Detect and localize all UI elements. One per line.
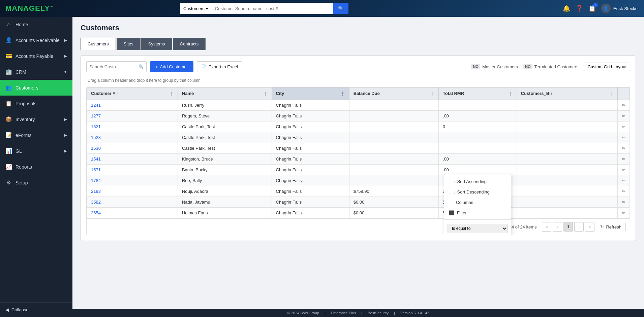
sidebar-item-customers[interactable]: 👥 Customers [0, 80, 72, 96]
sort-asc-icon[interactable]: ↑ [116, 92, 118, 96]
col-header-actions [618, 87, 630, 100]
filter-operator1-select[interactable]: Is equal to [448, 224, 508, 233]
table-row: 1541 Kingston, Bruce Chagrin Falls .00 ✏ [87, 154, 630, 165]
next-page-button[interactable]: › [574, 222, 584, 232]
sidebar-item-reports[interactable]: 📈 Reports [0, 159, 72, 175]
cell-name: Nduji, Adaora [178, 186, 272, 197]
footer: © 2024 Bold Group | Enterprise Plus | Be… [72, 309, 644, 317]
col-menu-icon-city[interactable]: ⋮ [340, 91, 345, 96]
sidebar-item-eforms[interactable]: 📝 eForms ▶ [0, 127, 72, 143]
customer-num-link[interactable]: 2193 [91, 189, 101, 194]
customer-num-link[interactable]: 1277 [91, 113, 101, 118]
collapse-button[interactable]: ◀ Collapse [0, 302, 72, 317]
cell-total-rmr: 0 [438, 121, 517, 132]
sidebar-item-accounts-payable[interactable]: 💳 Accounts Payable ▶ [0, 48, 72, 64]
edit-icon[interactable]: ✏ [622, 146, 625, 151]
edit-icon[interactable]: ✏ [622, 178, 625, 183]
search-button[interactable]: 🔍 [333, 3, 348, 14]
search-input[interactable] [212, 3, 333, 14]
cell-balance-due [349, 132, 438, 143]
edit-icon[interactable]: ✏ [622, 156, 625, 162]
page-1-button[interactable]: 1 [563, 222, 573, 232]
sort-ascending-option[interactable]: ↑ ↑ Sort Ascending [444, 176, 511, 187]
cell-customer-num: 1571 [87, 165, 178, 175]
customer-num-link[interactable]: 1528 [91, 135, 101, 140]
custom-grid-label: Custom Grid Layout [587, 64, 626, 69]
sidebar-item-label-proposals: Proposals [16, 101, 36, 106]
filter-option[interactable]: ⬛ Filter [444, 208, 511, 218]
cell-balance-due [349, 121, 438, 132]
notifications-icon[interactable]: 🔔 [563, 5, 570, 12]
cell-edit: ✏ [618, 208, 630, 218]
sidebar-item-proposals[interactable]: 📋 Proposals [0, 96, 72, 111]
customer-num-link[interactable]: 1571 [91, 167, 101, 172]
col-header-name: Name ⋮ [178, 87, 272, 100]
tasks-badge: 2 [593, 3, 598, 7]
cell-city: Chagrin Falls [272, 132, 349, 143]
refresh-button[interactable]: ↻ Refresh [596, 223, 626, 231]
sidebar-item-setup[interactable]: ⚙ Setup [0, 175, 72, 190]
export-label: Export to Excel [209, 64, 238, 69]
search-category-dropdown[interactable]: Customers ▾ [180, 3, 212, 14]
tasks-icon[interactable]: 📋2 [588, 5, 596, 12]
cell-name: Rogers, Steve [178, 111, 272, 121]
col-menu-icon-rmr[interactable]: ⋮ [508, 91, 513, 96]
col-menu-icon-name[interactable]: ⋮ [263, 91, 268, 96]
edit-icon[interactable]: ✏ [622, 167, 625, 172]
tab-customers[interactable]: Customers [81, 38, 116, 50]
col-menu-icon-balance[interactable]: ⋮ [430, 91, 434, 96]
custom-grid-layout-button[interactable]: Custom Grid Layout [584, 63, 630, 71]
edit-icon[interactable]: ✏ [622, 103, 625, 108]
table-row: 1530 Castle Park, Test Chagrin Falls ✏ [87, 143, 630, 154]
cell-city: Chagrin Falls [272, 143, 349, 154]
edit-icon[interactable]: ✏ [622, 113, 625, 118]
col-menu-icon-customer-num[interactable]: ⋮ [169, 91, 174, 96]
edit-icon[interactable]: ✏ [622, 189, 625, 194]
cell-total-rmr: .00 [438, 165, 517, 175]
help-icon[interactable]: ❓ [576, 5, 583, 12]
cell-customers-bir [517, 100, 617, 111]
customer-search-input[interactable] [89, 64, 136, 69]
edit-icon[interactable]: ✏ [622, 200, 625, 205]
cell-name: Banin, Bucky [178, 165, 272, 175]
sort-descending-option[interactable]: ↓ ↓ Sort Descending [444, 187, 511, 197]
tab-sites[interactable]: Sites [117, 38, 141, 50]
prev-page-button[interactable]: ‹ [553, 222, 562, 232]
customer-num-link[interactable]: 1521 [91, 124, 101, 129]
customer-num-link[interactable]: 3654 [91, 210, 101, 215]
edit-icon[interactable]: ✏ [622, 124, 625, 129]
col-header-total-rmr: Total RMR ⋮ [438, 87, 517, 100]
sidebar-item-home[interactable]: ⌂ Home [0, 17, 72, 32]
main-content: Customers Customers Sites Systems Contra… [72, 17, 644, 317]
accounts-receivable-icon: 👤 [5, 37, 12, 43]
edit-icon[interactable]: ✏ [622, 135, 625, 140]
export-excel-button[interactable]: 📄 Export to Excel [197, 61, 242, 72]
columns-option[interactable]: ⫼ Columns [444, 197, 511, 208]
last-page-button[interactable]: » [585, 222, 594, 232]
master-customers-toggle-group: NO Master Customers [471, 64, 518, 69]
first-page-button[interactable]: « [542, 222, 551, 232]
tab-contracts[interactable]: Contracts [173, 38, 206, 50]
add-customer-button[interactable]: + Add Customer [150, 61, 193, 72]
customer-num-link[interactable]: 3582 [91, 200, 101, 205]
customer-num-link[interactable]: 1541 [91, 156, 101, 162]
cell-balance-due: $758.90 [349, 186, 438, 197]
sidebar-item-inventory[interactable]: 📦 Inventory ▶ [0, 111, 72, 127]
terminated-customers-toggle[interactable]: NO [523, 64, 532, 69]
sidebar-item-label-eforms: eForms [16, 133, 31, 138]
sidebar-item-accounts-receivable[interactable]: 👤 Accounts Receivable ▶ [0, 32, 72, 48]
cell-customer-num: 1277 [87, 111, 178, 121]
cell-city: Chagrin Falls [272, 175, 349, 186]
customer-num-link[interactable]: 1530 [91, 146, 101, 151]
sidebar-item-gl[interactable]: 📊 GL ▶ [0, 143, 72, 159]
sort-asc-arrow-icon: ↑ [449, 179, 451, 184]
sidebar-item-crm[interactable]: 🏢 CRM ▼ [0, 64, 72, 80]
tab-systems[interactable]: Systems [141, 38, 172, 50]
col-menu-icon-bir[interactable]: ⋮ [609, 91, 613, 96]
customer-num-link[interactable]: 1241 [91, 103, 101, 108]
customer-num-link[interactable]: 1784 [91, 178, 101, 183]
master-customers-toggle[interactable]: NO [471, 64, 480, 69]
logo-ly: LY [40, 4, 50, 12]
customers-panel: 🔍 + Add Customer 📄 Export to Excel NO Ma… [81, 56, 636, 241]
edit-icon[interactable]: ✏ [622, 210, 625, 215]
